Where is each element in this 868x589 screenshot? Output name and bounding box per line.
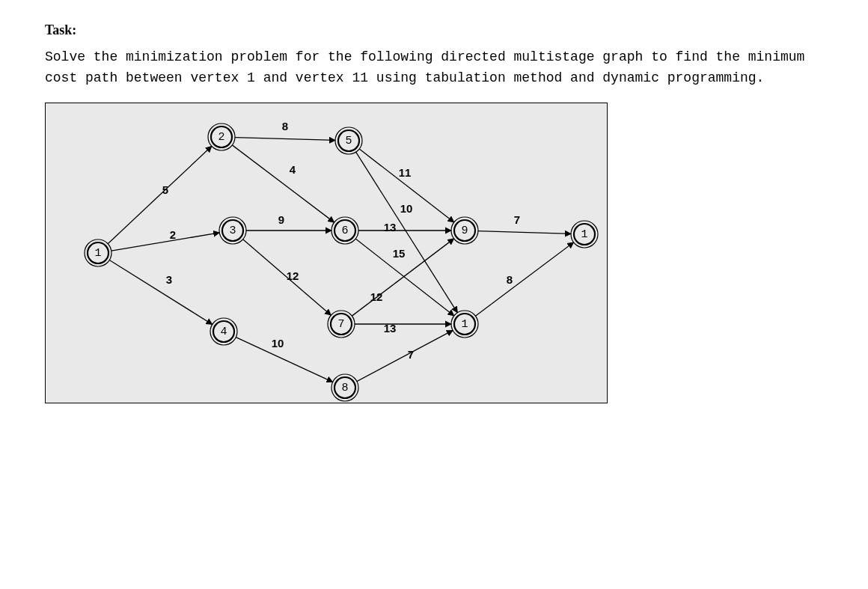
node-1: 1 — [85, 239, 111, 266]
node-2: 2 — [208, 123, 235, 150]
node-label-7: 7 — [337, 317, 344, 330]
task-description: Solve the minimization problem for the f… — [45, 47, 808, 89]
task-heading: Task: — [45, 22, 823, 38]
node-4: 4 — [210, 318, 237, 345]
edge-weight-5-9: 11 — [399, 165, 412, 178]
node-label-3: 3 — [229, 224, 236, 236]
edge-weight-1-2: 5 — [162, 183, 168, 195]
edge-weight-10-11: 8 — [507, 272, 513, 285]
node-label-11: 1 — [581, 228, 587, 240]
edge-8-10 — [357, 330, 453, 381]
node-10: 1 — [451, 311, 478, 338]
edge-10-11 — [475, 242, 573, 316]
node-label-9: 9 — [461, 224, 468, 236]
graph-svg: 5238491210111013151213778 12345678911 — [46, 103, 607, 403]
edge-weight-6-9: 13 — [384, 220, 397, 233]
edge-weight-5-10: 10 — [400, 201, 413, 214]
node-8: 8 — [331, 374, 358, 401]
node-label-5: 5 — [345, 134, 352, 147]
node-label-10: 1 — [461, 317, 468, 330]
node-7: 7 — [328, 311, 355, 338]
node-6: 6 — [331, 217, 358, 244]
edge-weight-7-10: 13 — [384, 321, 397, 334]
edge-weight-7-9: 12 — [370, 290, 383, 302]
edge-weight-1-3: 2 — [170, 228, 176, 240]
edge-weight-1-4: 3 — [166, 272, 172, 285]
edge-2-6 — [232, 145, 334, 222]
edge-2-5 — [235, 137, 335, 140]
edge-weight-2-5: 8 — [282, 119, 288, 132]
edge-weight-2-6: 4 — [290, 162, 296, 175]
node-11: 1 — [571, 221, 598, 248]
node-label-2: 2 — [218, 130, 224, 143]
edge-weight-3-6: 9 — [278, 213, 284, 225]
edge-weight-3-7: 12 — [287, 269, 299, 281]
edge-weight-8-10: 7 — [408, 347, 414, 360]
edge-weight-9-11: 7 — [514, 213, 520, 225]
node-label-4: 4 — [220, 325, 227, 338]
node-label-8: 8 — [341, 381, 348, 394]
edge-1-4 — [109, 260, 212, 324]
edge-weight-6-10: 15 — [393, 246, 406, 259]
graph-container: 5238491210111013151213778 12345678911 — [45, 103, 608, 403]
edge-9-11 — [478, 231, 571, 234]
edge-weight-4-8: 10 — [272, 336, 284, 349]
node-3: 3 — [219, 217, 246, 244]
node-9: 9 — [451, 217, 478, 244]
edge-4-8 — [236, 337, 332, 382]
node-label-1: 1 — [94, 246, 101, 259]
edge-1-3 — [111, 233, 219, 251]
node-5: 5 — [335, 127, 362, 154]
edge-1-2 — [108, 146, 212, 243]
node-label-6: 6 — [341, 224, 348, 236]
